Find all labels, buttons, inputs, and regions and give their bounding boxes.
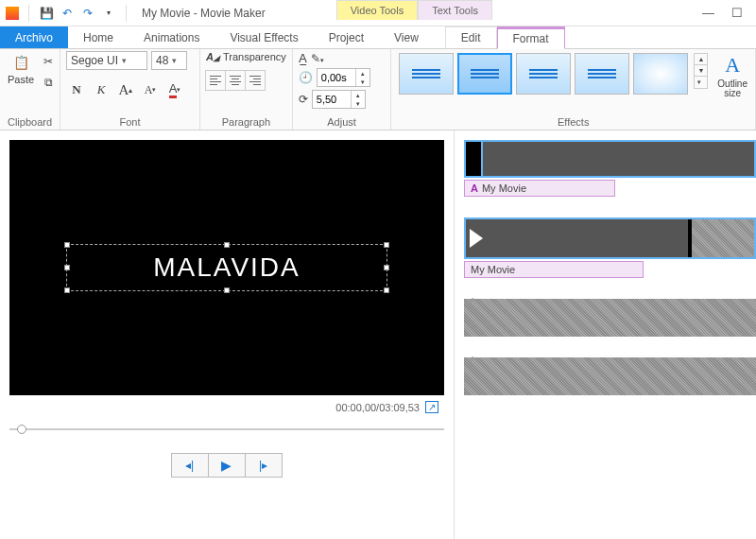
scrub-bar[interactable] bbox=[9, 423, 444, 436]
group-clipboard: 📋 Paste ✂ ⧉ Clipboard bbox=[0, 49, 60, 130]
font-size-value: 48 bbox=[156, 54, 168, 67]
align-right-button[interactable] bbox=[245, 70, 266, 91]
clip-caption-2-text: My Movie bbox=[471, 264, 515, 275]
timeline-clip-2[interactable]: My Movie bbox=[464, 217, 756, 278]
ribbon: 📋 Paste ✂ ⧉ Clipboard Segoe UI▾ 48▾ bbox=[0, 49, 756, 130]
cut-icon[interactable]: ✂ bbox=[40, 53, 57, 70]
undo-icon[interactable]: ↶ bbox=[60, 6, 75, 21]
effects-more-icon[interactable]: ▾ bbox=[695, 76, 707, 88]
group-label-adjust: Adjust bbox=[299, 114, 386, 130]
prev-frame-button[interactable]: ◂| bbox=[171, 453, 209, 478]
shrink-font-button[interactable]: A▾ bbox=[140, 79, 161, 100]
playback-controls: ◂| ▶ |▸ bbox=[9, 453, 444, 478]
font-color-button[interactable]: A▾ bbox=[164, 79, 185, 100]
effect-preset-5[interactable] bbox=[633, 53, 688, 95]
quick-access-toolbar: 💾 ↶ ↷ ▾ bbox=[0, 5, 136, 22]
timecode-row: 00:00,00/03:09,53 ↗ bbox=[9, 401, 444, 413]
align-center-button[interactable] bbox=[225, 70, 246, 91]
effect-preset-2[interactable] bbox=[457, 53, 512, 95]
duration-icon: ⟳ bbox=[299, 93, 308, 106]
text-track-icon: A bbox=[471, 183, 478, 194]
next-frame-button[interactable]: |▸ bbox=[245, 453, 283, 478]
tab-view[interactable]: View bbox=[379, 26, 434, 48]
timeline-clip-1[interactable]: A My Movie bbox=[464, 140, 756, 197]
tab-format[interactable]: Format bbox=[497, 26, 565, 49]
grow-font-button[interactable]: A▴ bbox=[115, 79, 136, 100]
play-button[interactable]: ▶ bbox=[208, 453, 246, 478]
start-time-spinner[interactable]: ▲▼ bbox=[317, 68, 370, 87]
group-adjust: A̲ ✎▾ 🕘 ▲▼ ⟳ ▲▼ Adjust bbox=[293, 49, 392, 130]
ribbon-tabs: Archivo Home Animations Visual Effects P… bbox=[0, 26, 756, 49]
video-preview[interactable]: MALAVIDA bbox=[9, 140, 444, 395]
font-family-select[interactable]: Segoe UI▾ bbox=[66, 51, 147, 70]
background-color-icon[interactable]: A̲ bbox=[299, 51, 307, 65]
redo-icon[interactable]: ↷ bbox=[80, 6, 95, 21]
tab-file[interactable]: Archivo bbox=[0, 26, 68, 48]
fullscreen-icon[interactable]: ↗ bbox=[425, 401, 438, 413]
timeline-clip-4[interactable] bbox=[464, 357, 756, 395]
scrub-thumb[interactable] bbox=[17, 425, 26, 434]
window-title: My Movie - Movie Maker bbox=[136, 7, 266, 20]
context-tab-text-tools[interactable]: Text Tools bbox=[418, 0, 492, 20]
start-time-value[interactable] bbox=[318, 69, 355, 86]
italic-button[interactable]: K bbox=[91, 79, 112, 100]
spin-down-icon[interactable]: ▼ bbox=[352, 99, 365, 108]
group-paragraph: A◢ Transparency Paragraph bbox=[200, 49, 293, 130]
transparency-icon[interactable]: A◢ bbox=[206, 51, 219, 62]
bold-button[interactable]: N bbox=[66, 79, 87, 100]
context-tab-video-tools[interactable]: Video Tools bbox=[336, 0, 418, 20]
text-overlay-box[interactable]: MALAVIDA bbox=[66, 244, 387, 291]
outline-a-icon: A bbox=[725, 53, 740, 78]
overlay-text[interactable]: MALAVIDA bbox=[153, 252, 301, 283]
effects-scroll-up-icon[interactable]: ▲ bbox=[695, 54, 707, 64]
clipboard-icon: 📋 bbox=[11, 53, 30, 72]
paste-label: Paste bbox=[8, 74, 34, 85]
clip-caption-1[interactable]: A My Movie bbox=[464, 180, 615, 197]
effect-preset-1[interactable] bbox=[399, 53, 454, 95]
font-family-value: Segoe UI bbox=[71, 54, 118, 67]
timeline-clip-3[interactable] bbox=[464, 299, 756, 337]
effects-scroll-down-icon[interactable]: ▼ bbox=[695, 64, 707, 76]
tab-project[interactable]: Project bbox=[314, 26, 379, 48]
font-size-select[interactable]: 48▾ bbox=[151, 51, 187, 70]
group-label-font: Font bbox=[66, 114, 194, 130]
group-label-effects: Effects bbox=[397, 114, 749, 130]
maximize-icon[interactable]: ☐ bbox=[731, 6, 743, 20]
clip-caption-2[interactable]: My Movie bbox=[464, 261, 644, 278]
outline-size-button[interactable]: A Outline size bbox=[715, 51, 749, 100]
group-font: Segoe UI▾ 48▾ N K A▴ A▾ A▾ Font bbox=[60, 49, 200, 130]
start-time-icon: 🕘 bbox=[299, 71, 313, 84]
tab-animations[interactable]: Animations bbox=[129, 26, 215, 48]
tab-edit[interactable]: Edit bbox=[445, 26, 497, 48]
duration-value[interactable] bbox=[313, 91, 351, 108]
transparency-label: Transparency bbox=[223, 51, 286, 62]
window-buttons: — ☐ bbox=[689, 6, 756, 20]
effect-preset-4[interactable] bbox=[575, 53, 629, 95]
copy-icon[interactable]: ⧉ bbox=[40, 74, 57, 91]
timeline-pane: A My Movie My Movie bbox=[454, 130, 756, 539]
duration-spinner[interactable]: ▲▼ bbox=[312, 90, 366, 109]
workspace: MALAVIDA 00:00,00/03:09,53 ↗ ◂| ▶ |▸ A M… bbox=[0, 130, 756, 539]
clip-caption-1-text: My Movie bbox=[482, 183, 526, 194]
outline-label: Outline size bbox=[717, 79, 747, 98]
align-left-button[interactable] bbox=[205, 70, 226, 91]
group-label-clipboard: Clipboard bbox=[6, 114, 54, 130]
spin-up-icon[interactable]: ▲ bbox=[356, 69, 369, 78]
title-bar: 💾 ↶ ↷ ▾ My Movie - Movie Maker Video Too… bbox=[0, 0, 756, 26]
tab-home[interactable]: Home bbox=[68, 26, 129, 48]
qat-dropdown-icon[interactable]: ▾ bbox=[101, 6, 116, 21]
preview-pane: MALAVIDA 00:00,00/03:09,53 ↗ ◂| ▶ |▸ bbox=[0, 130, 454, 539]
save-icon[interactable]: 💾 bbox=[39, 6, 54, 21]
edit-text-icon[interactable]: ✎▾ bbox=[311, 52, 324, 65]
group-label-paragraph: Paragraph bbox=[206, 114, 286, 130]
minimize-icon[interactable]: — bbox=[702, 6, 714, 20]
timecode-text: 00:00,00/03:09,53 bbox=[335, 402, 420, 413]
group-effects: ▲ ▼ ▾ A Outline size Effects bbox=[391, 49, 756, 130]
paste-button[interactable]: 📋 Paste bbox=[6, 51, 36, 87]
play-marker-icon bbox=[470, 229, 483, 248]
spin-down-icon[interactable]: ▼ bbox=[356, 78, 369, 86]
spin-up-icon[interactable]: ▲ bbox=[352, 91, 365, 99]
app-icon bbox=[6, 7, 19, 20]
effect-preset-3[interactable] bbox=[516, 53, 571, 95]
tab-visual-effects[interactable]: Visual Effects bbox=[215, 26, 313, 48]
